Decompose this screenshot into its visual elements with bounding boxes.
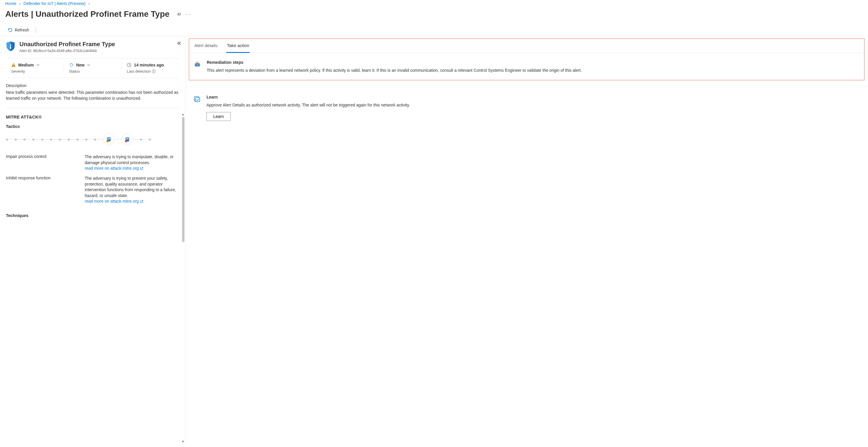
detection-label: Last detection [127, 69, 174, 73]
svg-rect-21 [126, 138, 128, 139]
shield-alert-icon [6, 41, 15, 52]
highlighted-region: Alert details Take action Remediation st… [189, 38, 865, 80]
svg-rect-26 [196, 62, 198, 63]
tab-take-action[interactable]: Take action [226, 39, 250, 53]
pin-icon[interactable] [174, 9, 184, 19]
tactic-link-0[interactable]: read more on attack.mitre.org [85, 166, 144, 171]
svg-line-11 [72, 64, 73, 64]
remediation-text: This alert represents a deviation from a… [207, 68, 860, 73]
collapse-pane-icon[interactable] [177, 41, 182, 46]
external-link-icon [140, 200, 144, 203]
tactic-desc-1: The adversary is trying to prevent your … [85, 175, 179, 204]
svg-rect-1 [10, 46, 11, 49]
chevron-down-icon [87, 63, 90, 67]
toolbar: Refresh [0, 24, 868, 36]
chevron-down-icon [36, 63, 40, 67]
refresh-icon [8, 28, 12, 32]
svg-rect-2 [13, 64, 14, 66]
svg-rect-31 [195, 98, 200, 102]
remediation-title: Remediation steps [207, 60, 860, 65]
actions-pane: Alert details Take action Remediation st… [185, 36, 868, 445]
chevron-right-icon: › [89, 1, 90, 6]
tactic-step-inhibit[interactable]: ✕ [122, 133, 133, 145]
alert-title: Unauthorized Profinet Frame Type [20, 41, 115, 47]
learn-text: Approve Alert Details as authorized netw… [207, 102, 860, 108]
svg-line-8 [70, 64, 71, 64]
tactic-step-impair[interactable]: ! [103, 133, 115, 145]
learn-icon [193, 95, 202, 121]
tactic-desc-0: The adversary is trying to manipulate, d… [85, 154, 179, 171]
clock-icon [127, 63, 131, 67]
status-dropdown[interactable]: New [69, 63, 116, 67]
learn-title: Learn [207, 95, 860, 99]
tactic-name-0: Impair process control [6, 154, 80, 171]
scroll-down-icon[interactable]: ▼ [182, 440, 184, 443]
alert-stats-row: Medium Severity New Status [6, 58, 179, 78]
svg-point-0 [10, 44, 11, 45]
severity-dropdown[interactable]: Medium [11, 63, 58, 67]
page-header: Alerts | Unauthorized Profinet Frame Typ… [0, 8, 868, 24]
chevron-right-icon: › [19, 1, 21, 6]
refresh-label: Refresh [15, 28, 29, 32]
alert-summary-pane: Unauthorized Profinet Frame Type Alert I… [0, 36, 185, 445]
remediation-icon [194, 60, 202, 73]
learn-button[interactable]: Learn [207, 112, 230, 121]
status-value: New [76, 63, 85, 67]
page-title: Alerts | Unauthorized Profinet Frame Typ… [5, 9, 169, 19]
tactics-chain: ! ✕ [6, 133, 179, 145]
breadcrumb-defender[interactable]: Defender for IoT | Alerts (Preview) [24, 1, 86, 6]
tactics-heading: Tactics [6, 124, 179, 129]
tabs: Alert details Take action [189, 39, 864, 53]
tactic-name-1: Inhibit response function [6, 175, 80, 204]
svg-rect-3 [13, 66, 14, 66]
svg-rect-17 [107, 138, 110, 139]
svg-text:✕: ✕ [126, 140, 127, 142]
sparkle-icon [69, 63, 74, 67]
detection-value: 14 minutes ago [134, 63, 164, 67]
external-link-icon [140, 167, 144, 170]
status-label: Status [69, 69, 116, 73]
svg-point-15 [154, 70, 154, 71]
tactic-link-1[interactable]: read more on attack.mitre.org [85, 198, 144, 204]
breadcrumb: Home › Defender for IoT | Alerts (Previe… [0, 0, 868, 8]
severity-label: Severity [11, 69, 58, 73]
description-text: New traffic parameters were detected. Th… [6, 90, 179, 101]
more-icon[interactable]: ··· [184, 9, 193, 19]
alert-id: Alert ID: 86cfbccf-5a3d-4549-afbc-07d3c1… [20, 49, 115, 53]
warning-icon [11, 63, 16, 67]
info-icon[interactable] [152, 69, 156, 73]
refresh-button[interactable]: Refresh [5, 27, 31, 34]
svg-line-10 [70, 66, 71, 67]
last-detection: 14 minutes ago [127, 63, 174, 67]
scroll-up-icon[interactable]: ▲ [182, 113, 184, 116]
techniques-heading: Techniques [6, 213, 179, 218]
tab-alert-details[interactable]: Alert details [194, 39, 218, 53]
scrollbar-thumb[interactable] [182, 117, 184, 242]
svg-line-9 [72, 66, 73, 67]
description-heading: Description [6, 83, 179, 88]
severity-value: Medium [18, 63, 34, 67]
breadcrumb-home[interactable]: Home [5, 1, 16, 6]
mitre-heading: MITRE ATT&CK® [6, 115, 179, 119]
